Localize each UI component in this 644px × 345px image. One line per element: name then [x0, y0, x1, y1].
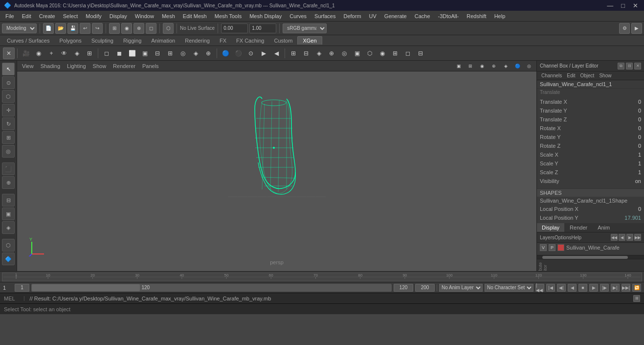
- character-set-selector[interactable]: No Character Set: [485, 284, 533, 292]
- menu-3dtoall[interactable]: -3DtoAll-: [435, 12, 463, 20]
- local-pos-y-row[interactable]: Local Position Y 17.901: [537, 213, 644, 222]
- vp-menu-shading[interactable]: Shading: [39, 62, 62, 70]
- icon-shading1[interactable]: 🔵: [220, 47, 231, 59]
- show-manip-btn[interactable]: ⊕: [2, 176, 15, 189]
- soft-mod-btn[interactable]: ⬛: [2, 162, 15, 175]
- gamma-selector[interactable]: sRGB gamma: [283, 23, 327, 33]
- menu-deform[interactable]: Deform: [340, 12, 364, 20]
- menu-file[interactable]: File: [2, 12, 18, 20]
- vp-menu-show[interactable]: Show: [91, 62, 109, 70]
- icon-add-btn[interactable]: +: [45, 47, 57, 59]
- menu-mesh-display[interactable]: Mesh Display: [246, 12, 285, 20]
- icon-tool1[interactable]: ◻: [101, 47, 112, 59]
- undo-btn[interactable]: ↩: [80, 23, 90, 34]
- lasso-select-btn[interactable]: ⊙: [2, 76, 15, 89]
- panel-btn-2[interactable]: ⊟: [626, 63, 633, 69]
- menu-create[interactable]: Create: [36, 12, 59, 20]
- menu-mesh[interactable]: Mesh: [158, 12, 178, 20]
- snap-point-btn[interactable]: ⊕: [133, 23, 144, 34]
- pb-prev-frame[interactable]: ◀|: [557, 284, 566, 292]
- render-settings-btn[interactable]: ⚙: [619, 23, 630, 34]
- minimize-btn[interactable]: —: [605, 2, 615, 9]
- field-value-2[interactable]: [249, 23, 276, 33]
- xray-btn[interactable]: ⬡: [163, 23, 174, 34]
- vp-menu-renderer[interactable]: Renderer: [111, 62, 137, 70]
- layer-color-swatch[interactable]: [557, 244, 564, 251]
- menu-redshift[interactable]: Redshift: [463, 12, 489, 20]
- rotate-x-row[interactable]: Rotate X 0: [537, 124, 644, 133]
- layer-nav-right[interactable]: ▶: [626, 234, 633, 241]
- visibility-row[interactable]: Visibility on: [537, 177, 644, 185]
- menu-surfaces[interactable]: Surfaces: [311, 12, 339, 20]
- maximize-btn[interactable]: □: [619, 2, 627, 9]
- menu-edit[interactable]: Edit: [19, 12, 35, 20]
- menu-curves[interactable]: Curves: [286, 12, 310, 20]
- icon-extra10[interactable]: ◻: [402, 47, 414, 59]
- range-end-input[interactable]: [415, 284, 435, 292]
- window-controls[interactable]: — □ ✕: [605, 2, 640, 9]
- menu-mesh-tools[interactable]: Mesh Tools: [211, 12, 245, 20]
- menu-uv[interactable]: UV: [366, 12, 380, 20]
- translate-x-row[interactable]: Translate X 0: [537, 97, 644, 106]
- tab-custom[interactable]: Custom: [269, 37, 298, 45]
- icon-tool3[interactable]: ⬜: [126, 47, 138, 59]
- vp-icon-1[interactable]: ▣: [454, 62, 463, 70]
- pb-skip-end[interactable]: ▶▶|: [622, 284, 630, 292]
- tab-rendering[interactable]: Rendering: [180, 37, 215, 45]
- layers-menu-layers[interactable]: Layers: [540, 235, 555, 240]
- select-tool-btn[interactable]: ↖: [2, 63, 15, 75]
- tab-fx[interactable]: FX: [215, 37, 231, 45]
- pb-prev-key[interactable]: |◀: [546, 284, 555, 292]
- translate-z-row[interactable]: Translate Z 0: [537, 115, 644, 124]
- menu-modify[interactable]: Modify: [82, 12, 105, 20]
- icon-tool2[interactable]: ◼: [113, 47, 125, 59]
- cb-tab-show[interactable]: Show: [597, 72, 614, 79]
- anim-layer-selector[interactable]: No Anim Layer: [439, 284, 483, 292]
- viewport-canvas[interactable]: X Y Z persp: [17, 71, 536, 271]
- vp-icon-5[interactable]: ◈: [501, 62, 510, 70]
- tab-xgen[interactable]: XGen: [297, 36, 322, 45]
- local-pos-x-row[interactable]: Local Position X 0: [537, 205, 644, 213]
- panel-btn-3[interactable]: ✕: [634, 63, 641, 69]
- vp-icon-2[interactable]: ⊞: [466, 62, 475, 70]
- menu-generate[interactable]: Generate: [381, 12, 410, 20]
- attribute-editor-tab[interactable]: Attribute Editor: [537, 259, 644, 272]
- start-frame-input[interactable]: [15, 284, 29, 292]
- menu-display[interactable]: Display: [106, 12, 131, 20]
- rotate-y-row[interactable]: Rotate Y 0: [537, 133, 644, 141]
- translate-y-row[interactable]: Translate Y 0: [537, 106, 644, 115]
- vp-icon-4[interactable]: ⊕: [489, 62, 498, 70]
- icon-extra3[interactable]: ◈: [313, 47, 325, 59]
- tab-fx-caching[interactable]: FX Caching: [231, 37, 269, 45]
- timeline-ruler[interactable]: 1 10 20 30 40 50 60 70 80 90 100 110 120…: [2, 273, 642, 281]
- icon-anim1[interactable]: ▶: [258, 47, 269, 59]
- vp-menu-view[interactable]: View: [20, 62, 36, 70]
- icon-extra5[interactable]: ◎: [338, 47, 350, 59]
- icon-display-btn[interactable]: ⊞: [84, 47, 95, 59]
- pb-play-fwd[interactable]: ▶: [589, 284, 598, 292]
- icon-eye-btn[interactable]: 👁: [58, 47, 70, 59]
- icon-anim2[interactable]: ◀: [270, 47, 282, 59]
- icon-extra2[interactable]: ⊟: [300, 47, 312, 59]
- vp-menu-panels[interactable]: Panels: [140, 62, 161, 70]
- icon-tool6[interactable]: ⊞: [164, 47, 176, 59]
- icon-cam-btn[interactable]: 🎥: [20, 47, 32, 59]
- scale-x-row[interactable]: Scale X 1: [537, 150, 644, 159]
- field-value-1[interactable]: [221, 23, 248, 33]
- tab-animation[interactable]: Animation: [146, 37, 180, 45]
- new-scene-btn[interactable]: 📄: [43, 23, 54, 34]
- rotate-z-row[interactable]: Rotate Z 0: [537, 141, 644, 150]
- vp-icon-6[interactable]: 🔵: [513, 62, 522, 70]
- end-frame-display[interactable]: [394, 284, 413, 292]
- snap-curve-btn[interactable]: ◉: [121, 23, 132, 34]
- display-tab-render[interactable]: Render: [565, 223, 593, 232]
- tab-rigging[interactable]: Rigging: [118, 37, 146, 45]
- icon-extra4[interactable]: ⊕: [326, 47, 337, 59]
- status-expand-btn[interactable]: ⊞: [633, 295, 640, 302]
- icon-extra9[interactable]: ⊞: [389, 47, 401, 59]
- cb-tab-object[interactable]: Object: [578, 72, 597, 79]
- menu-cache[interactable]: Cache: [411, 12, 434, 20]
- snap-grid-btn[interactable]: ⊞: [109, 23, 120, 34]
- xgen-btn[interactable]: 🔷: [2, 253, 15, 265]
- tab-sculpting[interactable]: Sculpting: [87, 37, 118, 45]
